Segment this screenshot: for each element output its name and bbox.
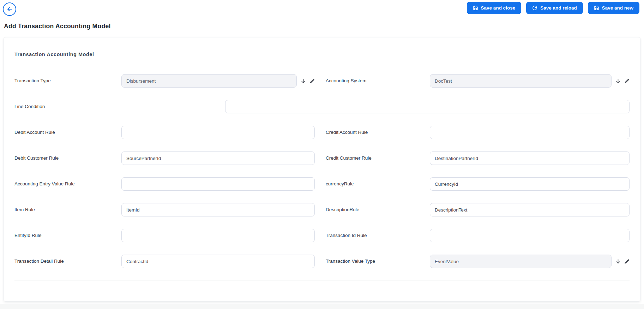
field-transaction-type: Transaction Type: [14, 74, 315, 88]
field-currency-rule: currencyRule: [326, 177, 630, 191]
form-row: Accounting Entry Value Rule currencyRule: [14, 177, 630, 191]
edit-button[interactable]: [624, 259, 630, 264]
save-and-close-button[interactable]: Save and close: [467, 2, 522, 14]
form-row: Debit Customer Rule Credit Customer Rule: [14, 151, 630, 165]
pencil-icon: [309, 78, 315, 84]
field-label: Line Condition: [14, 100, 225, 113]
credit-account-rule-input[interactable]: [430, 126, 630, 139]
field-credit-customer-rule: Credit Customer Rule: [326, 151, 630, 165]
field-label: Transaction Detail Rule: [14, 255, 121, 268]
transaction-value-type-input[interactable]: [430, 255, 612, 268]
field-line-condition: Line Condition: [14, 100, 630, 113]
page-header: Save and close Save and reload Save and …: [0, 0, 644, 37]
field-description-rule: DescriptionRule: [326, 203, 630, 216]
field-debit-account-rule: Debit Account Rule: [14, 126, 315, 139]
field-control: [430, 177, 630, 191]
credit-customer-rule-input[interactable]: [430, 151, 630, 165]
field-control: [121, 151, 315, 165]
field-label: currencyRule: [326, 177, 430, 191]
entityid-rule-input[interactable]: [121, 229, 315, 242]
field-label: Debit Customer Rule: [14, 151, 121, 165]
field-actions: [297, 78, 315, 84]
edit-button[interactable]: [309, 78, 315, 84]
field-label: Accounting System: [326, 74, 430, 88]
field-control: [430, 203, 630, 216]
currency-rule-input[interactable]: [430, 177, 630, 191]
transaction-type-input[interactable]: [121, 74, 297, 88]
field-control: [121, 126, 315, 139]
field-label: Transaction Type: [14, 74, 121, 88]
arrow-down-icon: [300, 78, 306, 84]
save-and-reload-label: Save and reload: [540, 5, 577, 11]
form-panel: Transaction Accounting Model Transaction…: [4, 37, 640, 302]
field-accounting-entry-value-rule: Accounting Entry Value Rule: [14, 177, 315, 191]
save-icon: [473, 5, 478, 11]
field-label: Accounting Entry Value Rule: [14, 177, 121, 191]
reload-icon: [532, 5, 537, 11]
page-title: Add Transaction Accounting Model: [4, 23, 111, 30]
debit-account-rule-input[interactable]: [121, 126, 315, 139]
debit-customer-rule-input[interactable]: [121, 151, 315, 165]
arrow-down-icon: [615, 78, 621, 84]
field-transaction-detail-rule: Transaction Detail Rule: [14, 255, 315, 268]
accounting-system-input[interactable]: [430, 74, 612, 88]
field-control: [121, 74, 315, 88]
field-label: EntityId Rule: [14, 229, 121, 242]
accounting-entry-value-rule-input[interactable]: [121, 177, 315, 191]
field-label: Debit Account Rule: [14, 126, 121, 139]
form-row: Transaction Type Accounting System: [14, 74, 630, 88]
save-icon: [594, 5, 599, 11]
form-row: EntityId Rule Transaction Id Rule: [14, 229, 630, 242]
save-and-close-label: Save and close: [481, 5, 516, 11]
pencil-icon: [624, 78, 630, 84]
dropdown-button[interactable]: [300, 78, 306, 84]
field-control: [121, 203, 315, 216]
field-control: [430, 74, 630, 88]
page-bottom-strip: [0, 304, 644, 309]
field-label: Credit Account Rule: [326, 126, 430, 139]
arrow-down-icon: [615, 259, 621, 265]
transaction-id-rule-input[interactable]: [430, 229, 630, 242]
field-label: DescriptionRule: [326, 203, 430, 216]
pencil-icon: [624, 259, 630, 264]
description-rule-input[interactable]: [430, 203, 630, 216]
save-and-new-label: Save and new: [602, 5, 633, 11]
field-entityid-rule: EntityId Rule: [14, 229, 315, 242]
field-transaction-id-rule: Transaction Id Rule: [326, 229, 630, 242]
field-debit-customer-rule: Debit Customer Rule: [14, 151, 315, 165]
field-control: [121, 229, 315, 242]
field-label: Transaction Id Rule: [326, 229, 430, 242]
field-control: [121, 255, 315, 268]
back-button[interactable]: [3, 2, 16, 16]
divider: [14, 280, 630, 280]
field-control: [121, 177, 315, 191]
field-label: Transaction Value Type: [326, 255, 430, 268]
arrow-left-icon: [6, 6, 13, 13]
form-row: Debit Account Rule Credit Account Rule: [14, 126, 630, 139]
edit-button[interactable]: [624, 78, 630, 84]
field-accounting-system: Accounting System: [326, 74, 630, 88]
field-control: [225, 100, 630, 113]
form-row: Line Condition: [14, 100, 630, 113]
field-actions: [612, 259, 630, 265]
save-and-new-button[interactable]: Save and new: [588, 2, 639, 14]
header-actions: Save and close Save and reload Save and …: [467, 2, 639, 14]
field-control: [430, 229, 630, 242]
field-label: Credit Customer Rule: [326, 151, 430, 165]
field-credit-account-rule: Credit Account Rule: [326, 126, 630, 139]
form-row: Item Rule DescriptionRule: [14, 203, 630, 216]
dropdown-button[interactable]: [615, 78, 621, 84]
field-control: [430, 151, 630, 165]
item-rule-input[interactable]: [121, 203, 315, 216]
transaction-detail-rule-input[interactable]: [121, 255, 315, 268]
field-control: [430, 126, 630, 139]
form-row: Transaction Detail Rule Transaction Valu…: [14, 255, 630, 268]
line-condition-input[interactable]: [225, 100, 630, 113]
field-label: Item Rule: [14, 203, 121, 216]
field-transaction-value-type: Transaction Value Type: [326, 255, 630, 268]
field-control: [430, 255, 630, 268]
save-and-reload-button[interactable]: Save and reload: [526, 2, 583, 14]
field-item-rule: Item Rule: [14, 203, 315, 216]
section-title: Transaction Accounting Model: [14, 52, 630, 57]
dropdown-button[interactable]: [615, 259, 621, 265]
